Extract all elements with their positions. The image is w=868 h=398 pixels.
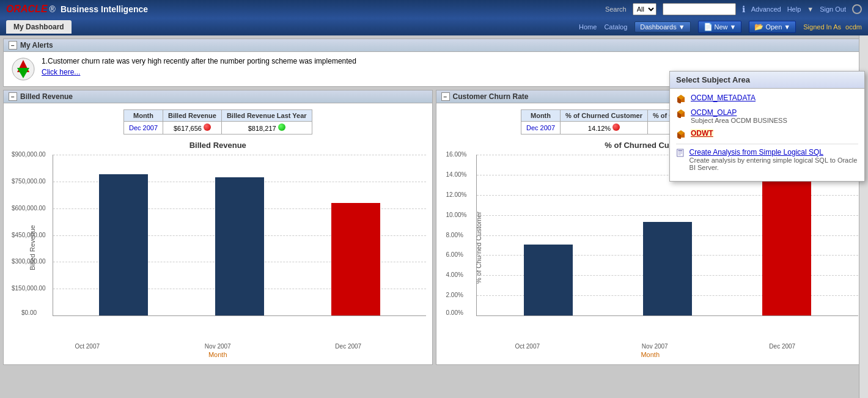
info-icon: ℹ (742, 4, 745, 14)
churn-bar-dec-rect (762, 171, 811, 315)
col-month-cr: Month (521, 110, 560, 122)
ocdm-olap-sub: Subject Area OCDM BUSINESS (691, 117, 787, 124)
billed-revenue-body: Month Billed Revenue Billed Revenue Last… (4, 103, 432, 364)
bar-nov (215, 155, 264, 315)
churn-bar-nov-rect (643, 222, 692, 315)
oracle-text: ORACLE (6, 4, 48, 15)
search-label: Search (605, 6, 627, 13)
row-churn-val: 14.12% (561, 122, 648, 135)
advanced-link[interactable]: Advanced (751, 6, 781, 13)
alert-content: 1.Customer churn rate was very high rece… (42, 57, 356, 76)
popup-body: OCDM_METADATA OCDM_OLAP Subject Area OCD… (670, 89, 864, 181)
svg-rect-16 (678, 155, 680, 155)
create-analysis-link[interactable]: Create Analysis from Simple Logical SQL (690, 148, 858, 157)
churn-rate-x-title: Month (443, 351, 859, 358)
bar-dec-rect (331, 203, 380, 315)
churn-bar-oct-rect (524, 245, 573, 315)
billed-revenue-x-title: Month (10, 351, 426, 358)
billed-revenue-chart-area: Billed Revenue $900,000.00 $750,000.00 $… (10, 155, 426, 341)
billed-revenue-x-labels: Oct 2007 Nov 2007 Dec 2007 (10, 343, 426, 350)
subject-area-popup: Select Subject Area OCDM_METADATA OCDM (669, 71, 865, 182)
bi-text: Business Intelligence (61, 4, 148, 14)
billed-revenue-panel: − Billed Revenue Month Billed Revenue Bi… (3, 90, 433, 365)
churn-bar-oct (524, 155, 573, 315)
doc-icon (676, 148, 685, 158)
alerts-title: My Alerts (20, 41, 53, 50)
bar-nov-rect (215, 177, 264, 315)
row-value: $617,656 (163, 122, 222, 135)
svg-rect-15 (678, 153, 682, 153)
churn-rate-chart: % of Churned Customer 16.00% 14.00% 12.0… (443, 155, 859, 358)
churn-rate-x-labels: Oct 2007 Nov 2007 Dec 2007 (443, 343, 859, 350)
alerts-header: − My Alerts (4, 39, 864, 52)
status-red-icon-cr (612, 123, 620, 131)
col-churn-pct: % of Churned Customer (561, 110, 648, 122)
status-red-icon (204, 123, 211, 131)
popup-divider (676, 144, 858, 144)
svg-rect-14 (678, 152, 682, 152)
col-billed-rev-ly: Billed Revenue Last Year (221, 110, 312, 122)
alerts-toggle[interactable]: − (9, 41, 17, 50)
help-link[interactable]: Help (787, 6, 801, 13)
col-billed-rev: Billed Revenue (163, 110, 222, 122)
table-row: Dec 2007 $617,656 $818,217 (123, 122, 312, 135)
status-green-icon (278, 123, 285, 131)
catalog-link[interactable]: Catalog (604, 23, 627, 31)
globe-icon (852, 4, 862, 14)
churn-rate-chart-area: % of Churned Customer 16.00% 14.00% 12.0… (443, 155, 859, 341)
signout-link[interactable]: Sign Out (820, 6, 846, 13)
my-dashboard-tab[interactable]: My Dashboard (6, 20, 72, 34)
churn-rate-toggle[interactable]: − (441, 92, 450, 101)
billed-revenue-chart-inner: $900,000.00 $750,000.00 $600,000.00 $450… (53, 155, 426, 316)
new-icon: 📄 (704, 23, 713, 31)
billed-revenue-bars (53, 155, 426, 315)
nav-bar: My Dashboard Home Catalog Dashboards ▼ 📄… (0, 18, 868, 35)
billed-revenue-chart: Billed Revenue $900,000.00 $750,000.00 $… (10, 155, 426, 358)
oracle-logo: ORACLE ® Business Intelligence (6, 4, 148, 15)
churn-x-label-nov: Nov 2007 (630, 343, 679, 350)
alert-text: 1.Customer churn rate was very high rece… (42, 57, 356, 65)
home-link[interactable]: Home (579, 23, 597, 31)
popup-item-ocdm-metadata[interactable]: OCDM_METADATA (676, 94, 858, 103)
churn-x-label-oct: Oct 2007 (503, 343, 552, 350)
ocdm-olap-content: OCDM_OLAP Subject Area OCDM BUSINESS (691, 108, 787, 124)
billed-revenue-title: Billed Revenue (20, 92, 73, 101)
billed-revenue-header: − Billed Revenue (4, 90, 432, 103)
divider: ® (50, 4, 56, 14)
bar-oct-rect (99, 174, 148, 315)
billed-revenue-toggle[interactable]: − (9, 92, 17, 101)
search-select[interactable]: All (633, 3, 657, 15)
row-month: Dec 2007 (123, 122, 163, 135)
svg-rect-13 (678, 150, 682, 151)
signed-in-label: Signed In As ocdm (803, 23, 862, 31)
churn-x-label-dec: Dec 2007 (758, 343, 807, 350)
odwt-link[interactable]: ODWT (691, 129, 713, 138)
popup-item-create-analysis[interactable]: Create Analysis from Simple Logical SQL … (676, 148, 858, 171)
click-here-link[interactable]: Click here... (42, 68, 80, 76)
x-label-dec: Dec 2007 (324, 343, 373, 350)
nav-bar-right: Home Catalog Dashboards ▼ 📄 New ▼ 📂 Open… (579, 21, 862, 33)
create-analysis-content: Create Analysis from Simple Logical SQL … (690, 148, 858, 171)
search-input[interactable] (663, 3, 736, 15)
popup-item-ocdm-olap[interactable]: OCDM_OLAP Subject Area OCDM BUSINESS (676, 108, 858, 124)
new-button[interactable]: 📄 New ▼ (698, 21, 742, 33)
row-last-year: $818,217 (221, 122, 312, 135)
create-analysis-sub: Create analysis by entering simple logic… (690, 157, 858, 171)
billed-revenue-chart-title: Billed Revenue (10, 141, 426, 150)
open-icon: 📂 (754, 23, 763, 31)
top-bar: ORACLE ® Business Intelligence Search Al… (0, 0, 868, 18)
churn-rate-title: Customer Churn Rate (453, 92, 529, 101)
dashboards-button[interactable]: Dashboards ▼ (634, 21, 690, 32)
bar-oct (99, 155, 148, 315)
ocdm-metadata-link[interactable]: OCDM_METADATA (691, 94, 756, 102)
open-button[interactable]: 📂 Open ▼ (749, 21, 796, 33)
popup-item-odwt[interactable]: ODWT (676, 129, 858, 139)
row-month-cr: Dec 2007 (521, 122, 560, 135)
cube-icon-metadata (676, 94, 686, 103)
x-label-nov: Nov 2007 (193, 343, 242, 350)
billed-revenue-table: Month Billed Revenue Billed Revenue Last… (123, 109, 312, 135)
col-month-br: Month (123, 110, 163, 122)
x-label-oct: Oct 2007 (63, 343, 112, 350)
cube-icon-odwt (676, 129, 686, 139)
ocdm-olap-link[interactable]: OCDM_OLAP (691, 108, 787, 117)
